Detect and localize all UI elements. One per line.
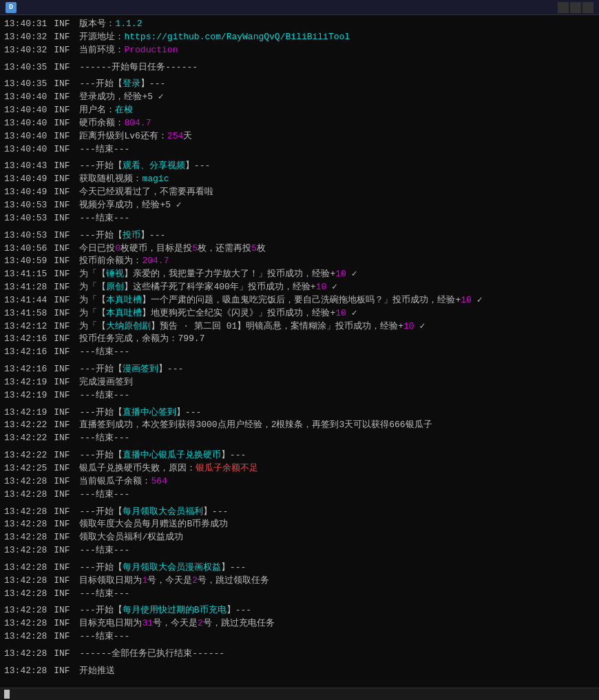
- log-part: ---开始【: [79, 562, 122, 573]
- log-level: INF: [54, 389, 75, 402]
- log-message: ---开始【每月使用快过期的B币充电】---: [79, 604, 595, 617]
- log-part: 1.1.2: [115, 19, 142, 29]
- log-part: 为「【: [79, 269, 106, 279]
- log-part: 登录: [123, 79, 140, 89]
- log-line: 13:42:28 INF ---结束---: [4, 630, 595, 644]
- log-part: ---结束---: [79, 489, 129, 500]
- close-button[interactable]: [582, 2, 593, 13]
- console-area: 13:40:31 INF 版本号：1.1.213:40:32 INF 开源地址：…: [0, 15, 599, 688]
- log-part: 2: [198, 618, 203, 628]
- log-line: 13:42:28 INF ---结束---: [4, 588, 595, 601]
- log-level: INF: [54, 531, 75, 544]
- log-part: 距离升级到Lv6还有：: [79, 131, 167, 141]
- timestamp: 13:41:15: [4, 268, 52, 281]
- log-level: INF: [54, 186, 75, 199]
- log-level: INF: [54, 506, 75, 519]
- log-level: INF: [54, 406, 75, 420]
- timestamp: 13:42:22: [4, 419, 52, 432]
- timestamp: 13:42:28: [4, 475, 52, 488]
- log-part: 每月领取大会员漫画权益: [123, 562, 221, 573]
- log-message: ---开始【漫画签到】---: [79, 363, 595, 376]
- log-line: 13:42:16 INF ---开始【漫画签到】---: [4, 363, 595, 376]
- log-level: INF: [54, 199, 75, 212]
- log-level: INF: [54, 630, 75, 644]
- log-line: 13:42:16 INF 投币任务完成，余额为：799.7: [4, 333, 595, 346]
- timestamp: 13:40:32: [4, 31, 52, 44]
- log-message: 完成漫画签到: [79, 376, 595, 389]
- log-level: INF: [54, 449, 75, 462]
- log-part: 】预告 · 第二回 01】明镜高悬，案情糊涂」投币成功，经验+: [151, 321, 403, 331]
- timestamp: 13:40:49: [4, 173, 52, 186]
- log-line: 13:40:40 INF 用户名：在梭: [4, 104, 595, 117]
- log-part: 】---: [221, 450, 246, 460]
- maximize-button[interactable]: [570, 2, 581, 13]
- log-part: 版本号：: [79, 19, 115, 29]
- log-part: 】---: [227, 605, 251, 615]
- timestamp: 13:42:28: [4, 588, 52, 601]
- timestamp: 13:42:22: [4, 432, 52, 445]
- log-message: ------开始每日任务------: [79, 61, 595, 74]
- timestamp: 13:42:16: [4, 333, 52, 346]
- status-bar: [0, 688, 599, 700]
- log-message: 视频分享成功，经验+5 ✓: [79, 199, 595, 212]
- log-message: ---结束---: [79, 389, 595, 402]
- log-part: ---结束---: [79, 433, 129, 443]
- log-part: 本真吐槽: [106, 308, 142, 318]
- minimize-button[interactable]: [558, 2, 569, 13]
- log-part: 领取大会员福利/权益成功: [79, 532, 183, 542]
- log-message: 开始推送: [79, 665, 595, 678]
- log-part: 】亲爱的，我把量子力学放大了！」投币成功，经验+: [124, 269, 335, 279]
- log-part: 大纳原创剧: [106, 321, 151, 331]
- log-part: 银瓜子兑换硬币失败，原因：: [79, 463, 196, 473]
- log-level: INF: [54, 255, 75, 268]
- log-level: INF: [54, 488, 75, 502]
- log-part: ---开始【: [79, 407, 122, 418]
- log-part: 在梭: [115, 105, 133, 115]
- log-level: INF: [54, 604, 75, 617]
- log-line: 13:42:22 INF ---结束---: [4, 432, 595, 445]
- log-part: Production: [124, 45, 178, 55]
- log-message: ---开始【直播中心银瓜子兑换硬币】---: [79, 449, 595, 462]
- timestamp: 13:41:58: [4, 307, 52, 320]
- log-level: INF: [54, 31, 75, 44]
- log-level: INF: [54, 363, 75, 376]
- log-message: 硬币余额：804.7: [79, 117, 595, 130]
- timestamp: 13:42:19: [4, 376, 52, 389]
- timestamp: 13:42:28: [4, 665, 52, 678]
- title-bar: D: [0, 0, 599, 15]
- timestamp: 13:40:40: [4, 104, 52, 117]
- log-message: 登录成功，经验+5 ✓: [79, 91, 595, 104]
- log-part: 254: [167, 131, 183, 141]
- log-line: 13:42:28 INF 领取大会员福利/权益成功: [4, 531, 595, 544]
- log-message: ---结束---: [79, 432, 595, 445]
- timestamp: 13:42:28: [4, 518, 52, 531]
- timestamp: 13:40:35: [4, 61, 52, 74]
- log-level: INF: [54, 617, 75, 630]
- timestamp: 13:42:28: [4, 575, 52, 588]
- log-part: 】---: [221, 562, 246, 573]
- log-message: 投币任务完成，余额为：799.7: [79, 333, 595, 346]
- timestamp: 13:42:22: [4, 449, 52, 462]
- log-message: 版本号：1.1.2: [79, 18, 595, 31]
- log-line: 13:42:28 INF ---开始【每月领取大会员福利】---: [4, 506, 595, 519]
- log-part: 5: [251, 243, 257, 254]
- log-line: 13:42:28 INF ------全部任务已执行结束------: [4, 648, 595, 661]
- log-part: 观看、分享视频: [123, 161, 185, 171]
- title-bar-buttons: [558, 2, 593, 13]
- log-part: 】地更狗死亡全纪实《闪灵》」投币成功，经验+: [142, 308, 335, 318]
- log-part: 登录成功，经验+5 ✓: [79, 92, 163, 102]
- log-line: 13:40:32 INF 当前环境：Production: [4, 44, 595, 57]
- log-part: 领取年度大会员每月赠送的B币券成功: [79, 519, 228, 529]
- log-level: INF: [54, 575, 75, 588]
- log-part: 获取随机视频：: [79, 174, 142, 184]
- log-line: 13:42:28 INF ---结束---: [4, 544, 595, 557]
- log-part: 10: [335, 308, 346, 318]
- log-line: 13:42:28 INF ---开始【每月使用快过期的B币充电】---: [4, 604, 595, 617]
- log-message: ---结束---: [79, 488, 595, 502]
- log-level: INF: [54, 544, 75, 557]
- log-message: ---结束---: [79, 143, 595, 156]
- log-part: 】这些橘子死了科学家400年」投币成功，经验+: [124, 282, 315, 292]
- log-line: 13:42:25 INF 银瓜子兑换硬币失败，原因：银瓜子余额不足: [4, 462, 595, 475]
- timestamp: 13:42:16: [4, 363, 52, 376]
- timestamp: 13:42:28: [4, 506, 52, 519]
